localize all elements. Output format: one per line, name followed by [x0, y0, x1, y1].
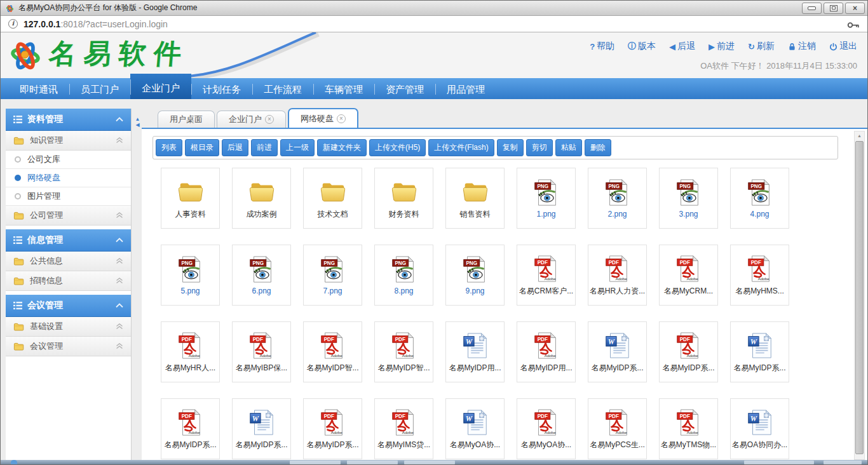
help-link[interactable]: ? 帮助 [590, 41, 614, 52]
toolbar-button[interactable]: 剪切 [526, 139, 553, 156]
toolbar-button[interactable]: 前进 [251, 139, 278, 156]
sidebar-folder-item[interactable]: 基础设置 [6, 317, 131, 337]
toolbar-button[interactable]: 删除 [585, 139, 611, 156]
close-button[interactable]: × [845, 3, 865, 14]
nav-item[interactable]: 员工门户 [69, 78, 130, 100]
info-link[interactable]: ⓘ 版本 [628, 41, 656, 52]
file-tile[interactable]: 财务资料 [374, 168, 433, 229]
file-tile[interactable]: W 名易MyIDP系... [232, 398, 291, 459]
file-tile[interactable]: PNG 7.png [303, 245, 362, 306]
file-tile[interactable]: W 名易MyIDP用... [445, 321, 505, 382]
nav-item[interactable]: 企业门户 [130, 74, 191, 100]
file-tile[interactable]: 技术文档 [303, 168, 362, 229]
file-tile[interactable]: 成功案例 [232, 168, 291, 229]
toolbar-button[interactable]: 上一级 [280, 139, 315, 156]
radio-icon [15, 156, 21, 163]
file-tile[interactable]: PDFAdobe 名易MyIDP智... [374, 321, 433, 382]
sidebar-leaf-item[interactable]: 网络硬盘 [6, 169, 131, 187]
file-tile[interactable]: W 名易MyIDP系... [588, 321, 647, 382]
svg-text:PDF: PDF [395, 336, 405, 342]
scrollbar-thumb[interactable] [855, 141, 864, 454]
file-tile[interactable]: PDFAdobe 名易MyIBP保... [232, 321, 291, 382]
sidebar-folder-item[interactable]: 招聘信息 [6, 271, 131, 291]
file-tile[interactable]: PDFAdobe 名易MyCRM... [659, 245, 718, 306]
refresh-link[interactable]: ↻ 刷新 [748, 41, 775, 52]
file-tile[interactable]: PNG 8.png [374, 245, 433, 306]
forward-link[interactable]: ▶ 前进 [709, 41, 735, 52]
tab[interactable]: 网络硬盘 × [288, 108, 358, 128]
file-tile[interactable]: PDFAdobe 名易CRM客户... [517, 245, 576, 306]
sidebar-section-header[interactable]: 会议管理 [6, 295, 131, 317]
svg-text:Adobe: Adobe [757, 276, 770, 280]
sidebar-folder-item[interactable]: 公共信息 [6, 252, 131, 271]
file-tile[interactable]: PDFAdobe 名易HR人力资... [588, 245, 647, 306]
file-tile[interactable]: PNG 5.png [161, 245, 220, 306]
back-link[interactable]: ◀ 后退 [669, 41, 695, 52]
scroll-up-icon[interactable]: ▲ [855, 131, 864, 140]
file-tile[interactable]: PDFAdobe 名易MyIDP系... [303, 398, 362, 459]
sidebar-folder-item[interactable]: 公司管理 [6, 206, 131, 226]
sidebar-collapse-arrows[interactable]: ▲ ◀ [133, 116, 142, 128]
toolbar-button[interactable]: 粘贴 [555, 139, 582, 156]
url-text[interactable]: 127.0.0.1:8018/?act=userLogin.login [24, 19, 168, 29]
file-tile[interactable]: PDFAdobe 名易MyPCS生... [588, 398, 647, 459]
greeting-status: OA软件 下午好！ 2018年11月4日 15:33:00 [700, 60, 857, 72]
tab[interactable]: 用户桌面 [158, 111, 215, 128]
png-file-icon: PNG [674, 178, 703, 207]
vertical-scrollbar[interactable]: ▲ [854, 131, 865, 460]
minimize-button[interactable] [802, 3, 822, 14]
sidebar-folder-item[interactable]: 会议管理 [6, 337, 131, 356]
nav-item[interactable]: 即时通讯 [8, 78, 69, 100]
page-info-icon[interactable]: i [8, 19, 18, 29]
file-tile[interactable]: PNG 2.png [588, 168, 647, 229]
toolbar-button[interactable]: 新建文件夹 [317, 139, 367, 156]
svg-text:PNG: PNG [181, 260, 193, 266]
file-tile[interactable]: W 名易MyOA协... [445, 398, 505, 459]
sidebar-leaf-item[interactable]: 公司文库 [6, 151, 131, 169]
toolbar-button[interactable]: 复制 [497, 139, 524, 156]
power-link[interactable]: 退出 [829, 41, 857, 52]
sidebar-folder-item[interactable]: 知识管理 [6, 131, 131, 151]
nav-item[interactable]: 资产管理 [374, 78, 435, 100]
file-tile[interactable]: 人事资料 [161, 168, 220, 229]
tab-close-icon[interactable]: × [337, 114, 346, 123]
folder-icon [461, 177, 490, 206]
file-tile[interactable]: PNG 6.png [232, 245, 291, 306]
quick-links: ? 帮助 ⓘ 版本 ◀ 后退 ▶ 前进 ↻ 刷新 注销 退出 [590, 41, 857, 52]
maximize-button[interactable] [824, 3, 843, 14]
file-tile[interactable]: 销售资料 [445, 168, 505, 229]
toolbar-button[interactable]: 根目录 [185, 139, 219, 156]
lock-link[interactable]: 注销 [788, 41, 816, 52]
nav-item[interactable]: 工作流程 [252, 78, 313, 100]
sidebar-section-header[interactable]: 资料管理 [6, 109, 131, 131]
file-tile[interactable]: PNG 9.png [445, 245, 505, 306]
file-tile[interactable]: PNG 4.png [730, 168, 789, 229]
sidebar-leaf-item[interactable]: 图片管理 [6, 187, 131, 206]
file-tile[interactable]: PDFAdobe 名易MyHMS... [730, 245, 789, 306]
file-tile[interactable]: PDFAdobe 名易MyIDP系... [659, 321, 718, 382]
toolbar-button[interactable]: 上传文件(Flash) [428, 139, 494, 156]
file-tile[interactable]: PDFAdobe 名易MyHR人... [161, 321, 220, 382]
nav-item[interactable]: 车辆管理 [313, 78, 374, 100]
address-bar[interactable]: i 127.0.0.1:8018/?act=userLogin.login [1, 16, 867, 32]
sidebar-section-header[interactable]: 信息管理 [6, 229, 131, 252]
file-tile[interactable]: PNG 1.png [517, 168, 576, 229]
file-tile[interactable]: PDFAdobe 名易MyIDP智... [303, 321, 362, 382]
file-tile[interactable]: PDFAdobe 名易MyTMS物... [659, 398, 718, 459]
file-tile[interactable]: W 名易OA协同办... [730, 398, 789, 459]
nav-item[interactable]: 计划任务 [191, 78, 252, 100]
file-tile[interactable]: W 名易MyIDP系... [730, 321, 789, 382]
tab[interactable]: 企业门户 × [217, 111, 286, 128]
tab-close-icon[interactable]: × [265, 115, 274, 124]
toolbar-button[interactable]: 上传文件(H5) [369, 139, 426, 156]
file-tile[interactable]: PNG 3.png [659, 168, 718, 229]
nav-item[interactable]: 用品管理 [435, 78, 496, 100]
toolbar-button[interactable]: 列表 [156, 139, 182, 156]
file-tile[interactable]: PDFAdobe 名易MyIDP用... [517, 321, 576, 382]
file-tile[interactable]: PDFAdobe 名易MyIDP系... [161, 398, 220, 459]
password-key-icon[interactable] [847, 20, 860, 28]
file-tile[interactable]: PDFAdobe 名易MyIMS贷... [374, 398, 433, 459]
file-tile[interactable]: PDFAdobe 名易MyOA协... [517, 398, 576, 459]
toolbar-button[interactable]: 后退 [222, 139, 248, 156]
pdf-file-icon: PDFAdobe [532, 331, 561, 360]
